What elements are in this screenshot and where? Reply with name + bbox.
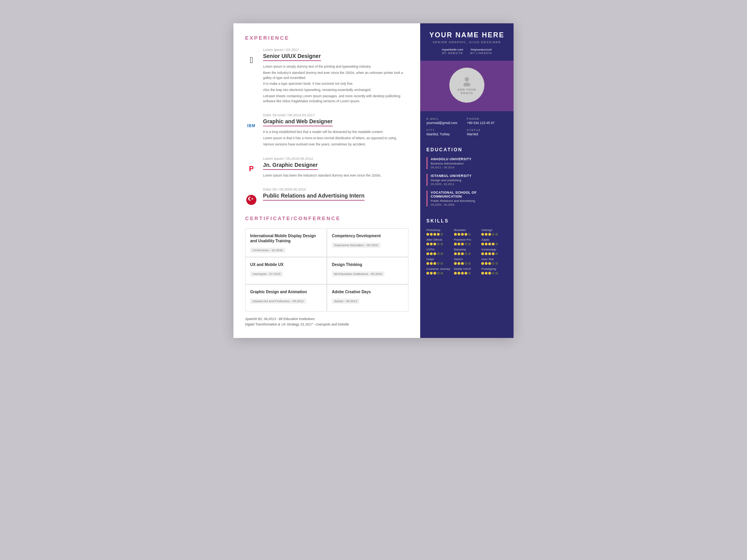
certificate-name: International Mobile Display Design and … xyxy=(250,233,322,243)
phone-label: PHONE xyxy=(467,117,507,120)
skill-dot xyxy=(440,243,443,245)
linkedin-link: /in/youraccount MY LINKEDIN xyxy=(470,48,492,54)
skill-item: After Effects xyxy=(426,238,452,245)
skill-item: Hotjar xyxy=(426,257,452,265)
skill-name: Sketch xyxy=(454,257,480,261)
skill-dot xyxy=(437,233,440,236)
skill-dot xyxy=(437,252,440,255)
contact-links: mywebsite.com MY WEBSITE /in/youraccount… xyxy=(427,48,507,54)
exp-logo-turkish xyxy=(245,194,258,206)
email-value: yourmail@gmail.com xyxy=(426,121,467,125)
photo-label-2: PHOTO xyxy=(461,91,473,95)
skill-dot xyxy=(458,243,460,245)
right-header: YOUR NAME HERE Senior Graphic, UI/UX Des… xyxy=(420,23,514,61)
skills-section: SKILLS Photoshop Illustrator Indesign Af… xyxy=(420,215,514,280)
edu-dates: 09.2011 - 06.2014 xyxy=(431,166,472,169)
skill-dots xyxy=(481,252,507,255)
skill-item: Zeplin xyxy=(481,238,507,245)
city-value: Istanbul, Turkey xyxy=(426,132,467,136)
skill-dot xyxy=(468,233,471,236)
skill-dot xyxy=(433,243,436,245)
website-url: mywebsite.com xyxy=(442,48,463,51)
certificate-name: Graphic Design and Animation xyxy=(250,289,322,294)
skill-dot xyxy=(454,243,457,245)
certificate-org: UXServices - 10.2016 xyxy=(250,248,285,253)
skill-dot xyxy=(481,252,484,255)
skill-dot xyxy=(481,262,484,265)
skill-dots xyxy=(426,262,452,265)
skill-dot xyxy=(468,262,471,265)
skill-dots xyxy=(481,272,507,275)
exp-description: It is a long established fact that a rea… xyxy=(263,130,409,135)
edu-school: ANADOLU UNIVERSITY xyxy=(431,157,472,161)
svg-point-5 xyxy=(463,82,470,86)
edu-content: ISTANBUL UNIVERSITY Design and publishin… xyxy=(431,174,472,186)
skill-dot xyxy=(430,272,433,275)
skill-dots xyxy=(481,233,507,236)
exp-description: It to make a type specimen book. It has … xyxy=(263,81,409,86)
skill-dot xyxy=(461,233,464,236)
skill-dot xyxy=(495,243,498,245)
skill-dot xyxy=(461,262,464,265)
edu-bar xyxy=(426,191,428,206)
exp-date: Lorem Ipsum / 03.2017 - ... xyxy=(263,48,409,52)
certificate-grid: International Mobile Display Design and … xyxy=(245,228,409,312)
skill-dots xyxy=(481,262,507,265)
skill-dot xyxy=(437,243,440,245)
skill-dot xyxy=(465,233,467,236)
skill-dot xyxy=(488,252,491,255)
skill-dot xyxy=(481,272,484,275)
linkedin-url: /in/youraccount xyxy=(470,48,491,51)
exp-logo-apple:  xyxy=(245,54,258,66)
photo-label: ADD YOUR xyxy=(458,88,476,91)
skill-dot xyxy=(465,272,467,275)
experience-item: Dolor Sit / 09.2009-05.2010 Public Relat… xyxy=(245,187,409,206)
exp-description: Lorem Ipsum is simply dummy text of the … xyxy=(263,64,409,69)
exp-description: Lorem Ipsum is that it has a more-or-les… xyxy=(263,136,409,141)
certificate-cell: Adobe Creative Days Adobe - 06.2013 xyxy=(327,284,409,312)
candidate-name: YOUR NAME HERE xyxy=(427,31,507,39)
certificate-cell: Design Thinking Bil Education Institutio… xyxy=(327,257,409,284)
skill-dot xyxy=(430,233,433,236)
skill-item: UXPin xyxy=(426,248,452,255)
edu-dates: 09.2005 - 06.2009 xyxy=(431,203,507,206)
skill-item: Premiere Pro xyxy=(454,238,480,245)
skill-dots xyxy=(454,272,480,275)
education-item: VOCATIONAL SCHOOL OF COMMUNICATION Publi… xyxy=(426,191,507,206)
skill-dot xyxy=(465,252,467,255)
skill-name: Photoshop xyxy=(426,228,452,232)
phone-value: +90 534 123 45 67 xyxy=(467,121,507,125)
education-item: ANADOLU UNIVERSITY Business Administrati… xyxy=(426,157,507,169)
skill-name: Indesign xyxy=(481,228,507,232)
phone-item: PHONE +90 534 123 45 67 xyxy=(467,117,507,125)
skill-dot xyxy=(454,252,457,255)
exp-date: Dolor Sit / 09.2009-05.2010 xyxy=(263,187,409,191)
candidate-subtitle: Senior Graphic, UI/UX Desginer xyxy=(427,40,507,44)
right-panel: YOUR NAME HERE Senior Graphic, UI/UX Des… xyxy=(420,23,514,338)
linkedin-label: MY LINKEDIN xyxy=(470,52,492,54)
skill-dot xyxy=(440,262,443,265)
skill-dot xyxy=(430,262,433,265)
skill-name: Balsamiq xyxy=(454,248,480,251)
skill-dot xyxy=(461,243,464,245)
certificate-name: UX and Mobile UX xyxy=(250,262,322,267)
skill-dot xyxy=(488,272,491,275)
exp-description: Been the industry's standard dummy text … xyxy=(263,70,409,80)
skill-dot xyxy=(430,252,433,255)
skill-dot xyxy=(492,243,494,245)
exp-title: Jn. Graphic Designer xyxy=(263,162,318,170)
skill-item: Illustrator xyxy=(454,228,480,236)
status-item: STATUS Married xyxy=(467,129,507,136)
edu-content: ANADOLU UNIVERSITY Business Administrati… xyxy=(431,157,472,169)
skill-dot xyxy=(485,233,487,236)
exp-title: Graphic and Web Designer xyxy=(263,118,333,126)
skill-dot xyxy=(492,233,494,236)
skill-dot xyxy=(481,243,484,245)
skill-name: Invisionapp xyxy=(481,248,507,251)
email-label: E-MAIL xyxy=(426,117,467,120)
skill-dot xyxy=(433,262,436,265)
exp-logo-pinterest: P xyxy=(245,163,258,175)
exp-date: Lorem Ipsum / 05.2010-09.2014 xyxy=(263,157,409,161)
skill-item: Prototyping xyxy=(481,267,507,275)
skill-dot xyxy=(465,243,467,245)
